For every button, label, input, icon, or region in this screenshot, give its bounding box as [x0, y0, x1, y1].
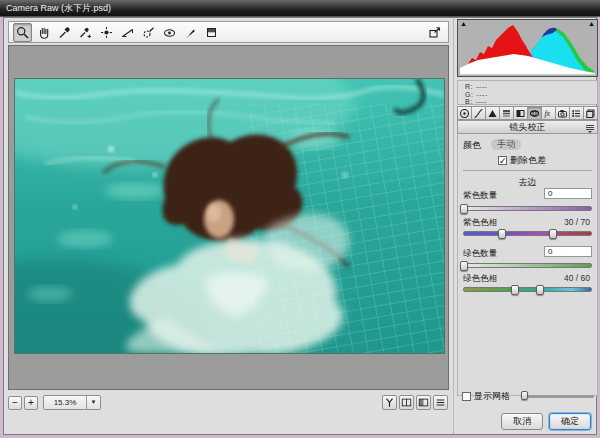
plus-icon: + — [28, 398, 34, 408]
purple-amount-slider[interactable] — [463, 206, 592, 211]
list-icon — [571, 108, 582, 119]
tab-detail[interactable] — [486, 106, 500, 120]
tab-snapshots[interactable] — [584, 106, 598, 120]
remove-ca-label: 删除色差 — [510, 154, 546, 167]
purple-hue-row: 紫色色相 30 / 70 — [463, 216, 592, 228]
cancel-button[interactable]: 取消 — [501, 413, 543, 430]
panel-divider — [453, 18, 454, 434]
zoom-in-button[interactable]: + — [24, 396, 38, 410]
tab-effects[interactable]: fx — [542, 106, 556, 120]
tab-split-toning[interactable] — [514, 106, 528, 120]
dashed-circle-icon — [142, 26, 155, 39]
red-eye-tool-button[interactable] — [160, 23, 179, 42]
curve-icon — [473, 108, 484, 119]
split-pane-icon — [401, 397, 412, 408]
target-icon — [100, 26, 113, 39]
panel-menu-icon[interactable] — [585, 123, 595, 133]
before-after-side-by-side-button[interactable] — [399, 395, 414, 410]
slider-thumb[interactable] — [536, 285, 544, 295]
zoom-tool-button[interactable] — [13, 23, 32, 42]
subtab-manual[interactable]: 手动 — [491, 139, 521, 150]
slider-thumb[interactable] — [498, 229, 506, 239]
tab-lens-corrections[interactable] — [528, 106, 542, 120]
zoom-level-select[interactable]: 15.3% ▼ — [43, 395, 101, 410]
divider — [463, 170, 592, 171]
shadow-clipping-icon[interactable]: ▲ — [460, 20, 467, 28]
rgb-row-g: G:---- — [465, 91, 597, 99]
straighten-tool-button[interactable] — [118, 23, 137, 42]
panel-title: 镜头校正 — [510, 122, 546, 132]
histogram[interactable]: ▲ ▲ — [457, 19, 598, 77]
preview-image[interactable] — [14, 78, 445, 354]
slider-thumb[interactable] — [460, 261, 468, 271]
purple-amount-label: 紫色数量 — [463, 190, 497, 202]
tab-basic[interactable] — [457, 106, 472, 120]
tab-camera-calibration[interactable] — [556, 106, 570, 120]
status-bar: − + 15.3% ▼ — [8, 394, 449, 411]
ok-button[interactable]: 确定 — [549, 413, 591, 430]
subtab-color[interactable]: 颜色 — [463, 139, 481, 152]
chevron-down-icon: ▼ — [86, 396, 100, 409]
camera-icon — [557, 108, 568, 119]
color-sampler-tool-button[interactable] — [76, 23, 95, 42]
brush-icon — [184, 26, 197, 39]
highlight-clipping-icon[interactable]: ▲ — [588, 20, 595, 28]
green-amount-label: 绿色数量 — [463, 248, 497, 260]
slider-thumb[interactable] — [549, 229, 557, 239]
hand-icon — [37, 26, 50, 39]
slider-thumb[interactable] — [460, 204, 468, 214]
panel-title-bar: 镜头校正 — [457, 120, 598, 134]
toggle-fullscreen-icon — [428, 26, 441, 39]
targeted-adjustment-tool-button[interactable] — [97, 23, 116, 42]
camera-raw-dialog: − + 15.3% ▼ — [3, 17, 597, 435]
tab-tone-curve[interactable] — [472, 106, 486, 120]
svg-text:fx: fx — [544, 109, 550, 118]
zoom-out-button[interactable]: − — [8, 396, 22, 410]
preview-settings-menu-button[interactable] — [433, 395, 448, 410]
menu-lines-icon — [435, 397, 446, 408]
eye-icon — [163, 26, 176, 39]
green-hue-slider[interactable] — [463, 287, 592, 292]
slider-thumb[interactable] — [521, 391, 528, 400]
white-balance-tool-button[interactable] — [55, 23, 74, 42]
purple-amount-input[interactable]: 0 — [544, 188, 592, 199]
magnifier-icon — [16, 26, 29, 39]
zoom-level-value: 15.3% — [44, 396, 86, 409]
green-hue-row: 绿色色相 40 / 60 — [463, 272, 592, 284]
preview-canvas[interactable] — [8, 45, 449, 390]
lens-corrections-panel: 颜色 手动 ✓ 删除色差 去边 紫色数量 0 紫色色相 30 / 70 — [457, 134, 598, 396]
remove-ca-checkbox[interactable]: ✓ — [498, 156, 507, 165]
adjustment-brush-tool-button[interactable] — [181, 23, 200, 42]
eyedropper-plus-icon — [79, 26, 92, 39]
aperture-icon — [459, 108, 470, 119]
purple-hue-slider[interactable] — [463, 231, 592, 236]
grid-size-slider[interactable] — [522, 395, 594, 398]
purple-hue-label: 紫色色相 — [463, 217, 497, 229]
before-after-split-button[interactable] — [416, 395, 431, 410]
lens-icon — [529, 108, 540, 119]
title-bar[interactable]: Camera Raw (水下片.psd) — [0, 0, 600, 17]
before-after-cycle-button[interactable] — [382, 395, 397, 410]
rgb-row-b: B:---- — [465, 98, 597, 106]
camera-raw-window: Camera Raw (水下片.psd) — [0, 0, 600, 438]
spot-removal-tool-button[interactable] — [139, 23, 158, 42]
rgb-readout: R:---- G:---- B:---- — [457, 80, 598, 105]
purple-amount-row: 紫色数量 0 — [463, 189, 592, 201]
show-grid-checkbox[interactable] — [462, 392, 471, 401]
slider-thumb[interactable] — [511, 285, 519, 295]
level-icon — [121, 26, 134, 39]
green-amount-row: 绿色数量 0 — [463, 247, 592, 259]
toggle-fullscreen-button[interactable] — [425, 23, 444, 42]
histogram-plot — [458, 20, 597, 76]
half-fill-pane-icon — [418, 397, 429, 408]
layered-squares-icon — [585, 108, 596, 119]
eyedropper-icon — [58, 26, 71, 39]
panel-tab-strip: fx — [457, 106, 598, 120]
graduated-filter-tool-button[interactable] — [202, 23, 221, 42]
green-amount-slider[interactable] — [463, 263, 592, 268]
purple-hue-value: 30 / 70 — [564, 217, 590, 227]
green-amount-input[interactable]: 0 — [544, 246, 592, 257]
hand-tool-button[interactable] — [34, 23, 53, 42]
tab-hsl-grayscale[interactable] — [500, 106, 514, 120]
tab-presets[interactable] — [570, 106, 584, 120]
